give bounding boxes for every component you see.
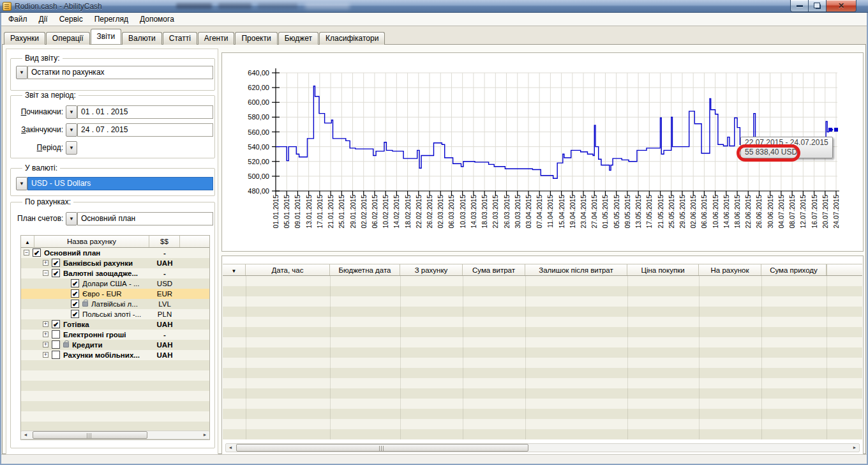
period-start-field[interactable]: 01 . 01 . 2015 [77, 105, 213, 119]
tree-row[interactable]: +✔Банківські рахункиUAH [21, 258, 209, 268]
tab-6[interactable]: Агенти [198, 32, 235, 45]
tree-empty-row [21, 391, 209, 401]
account-name: Готівка [63, 319, 148, 330]
checkbox[interactable]: ✔ [71, 310, 79, 318]
checkbox[interactable]: ✔ [71, 300, 79, 308]
tab-7[interactable]: Проекти [235, 32, 277, 45]
grid-rows [223, 276, 862, 439]
tree-row[interactable]: +✔ГотівкаUAH [21, 319, 209, 330]
tree-row[interactable]: +Електронні гроші- [21, 330, 209, 340]
grid-scrollbar-thumb[interactable] [236, 444, 528, 452]
tree-row[interactable]: ✔Латвійські л...LVL [21, 299, 209, 309]
checkbox[interactable]: ✔ [33, 248, 41, 257]
period-end-field[interactable]: 24 . 07 . 2015 [77, 123, 213, 137]
collapse-icon[interactable]: − [43, 270, 49, 276]
restore-button[interactable] [809, 0, 827, 12]
scroll-left-icon[interactable]: ◄ [21, 431, 30, 439]
svg-text:29.05.2015: 29.05.2015 [678, 195, 686, 229]
tab-5[interactable]: Статті [163, 32, 197, 45]
grid-column-header-5[interactable]: Сума витрат [463, 264, 525, 275]
period-dropdown-button[interactable]: ▼ [66, 141, 77, 155]
svg-text:18.02.2015: 18.02.2015 [404, 195, 412, 229]
collapse-icon[interactable]: − [24, 250, 29, 255]
svg-text:06.06.2015: 06.06.2015 [700, 195, 708, 229]
scroll-right-icon[interactable]: ► [200, 431, 209, 439]
scroll-right-icon[interactable]: ► [850, 444, 859, 452]
checkbox[interactable] [52, 330, 60, 339]
tree-row[interactable]: ✔Євро - EUREUR [21, 289, 209, 299]
currency-value[interactable]: USD - US Dollars [27, 177, 213, 190]
svg-text:620,00: 620,00 [248, 84, 269, 91]
currency-dropdown-button[interactable]: ▼ [16, 177, 27, 190]
checkbox[interactable]: ✔ [71, 289, 79, 298]
tab-strip: РахункиОпераціїЗвітиВалютиСтаттіАгентиПр… [1, 26, 867, 44]
grid-column-header-2[interactable]: Дата, час [246, 264, 330, 275]
grid-horizontal-scrollbar[interactable]: ◄ ► [225, 443, 860, 452]
svg-text:08.07.2015: 08.07.2015 [788, 195, 796, 229]
expand-icon[interactable]: + [43, 352, 49, 358]
titlebar[interactable]: Rodion.cash - AbilityCash ✕ [0, 0, 868, 13]
grid-column-header-4[interactable]: З рахунку [400, 264, 463, 275]
svg-text:01.01.2015: 01.01.2015 [272, 195, 280, 229]
menu-item-2[interactable]: Дії [33, 13, 54, 26]
grid-empty-row [223, 276, 862, 286]
grid-column-header-1[interactable]: ▼ [223, 264, 246, 275]
grid-column-separator [246, 276, 246, 439]
period-start-dropdown-button[interactable]: ▼ [66, 105, 77, 119]
tree-sort-column-header[interactable]: ▲ [21, 236, 34, 247]
grid-column-header-6[interactable]: Залишок після витрат [525, 264, 627, 275]
report-type-dropdown-button[interactable]: ▼ [16, 66, 27, 79]
checkbox[interactable] [52, 340, 60, 349]
grid-column-header-8[interactable]: На рахунок [699, 264, 761, 275]
grid-column-header-7[interactable]: Ціна покупки [627, 264, 699, 275]
tree-horizontal-scrollbar[interactable]: ◄ ► [21, 431, 209, 439]
checkbox[interactable] [52, 351, 60, 359]
tree-row[interactable]: +Рахунки мобільних...UAH [21, 350, 209, 360]
grid-column-header-3[interactable]: Бюджетна дата [330, 264, 400, 275]
tree-row[interactable]: ✔Польські злоті -...PLN [21, 309, 209, 319]
tab-1[interactable]: Рахунки [4, 32, 45, 45]
svg-text:22.03.2015: 22.03.2015 [491, 195, 499, 229]
plan-dropdown-button[interactable]: ▼ [66, 212, 77, 225]
plan-value[interactable]: Основний план [77, 212, 213, 225]
tab-2[interactable]: Операції [46, 32, 90, 45]
tree-row[interactable]: −✔Валютні заощадже...- [21, 268, 209, 278]
expand-icon[interactable]: + [43, 321, 49, 327]
expand-icon[interactable]: + [43, 260, 49, 266]
checkbox[interactable]: ✔ [52, 269, 60, 277]
checkbox[interactable]: ✔ [71, 279, 79, 287]
menu-item-1[interactable]: Файл [3, 13, 33, 26]
checkbox[interactable]: ✔ [52, 320, 60, 328]
tab-4[interactable]: Валюти [122, 32, 162, 45]
tree-row[interactable]: ✔Долари США - ...USD [21, 278, 209, 289]
expand-icon[interactable]: + [43, 332, 49, 337]
tree-row[interactable]: −✔Основний план- [21, 248, 209, 258]
scroll-left-icon[interactable]: ◄ [226, 444, 235, 452]
tree-empty-row [21, 401, 209, 411]
grid-empty-row [223, 347, 862, 358]
tree-currency-column-header[interactable]: $$ [149, 236, 180, 247]
accounts-tree: ▲ Назва рахунку $$ −✔Основний план-+✔Бан… [20, 235, 210, 440]
report-type-value[interactable]: Остатки по рахунках [27, 66, 213, 79]
tree-row[interactable]: +КредитиUAH [21, 340, 209, 350]
tree-extra-column-header[interactable] [180, 236, 209, 247]
grid-column-header-9[interactable]: Сума приходу [761, 264, 827, 275]
minimize-button[interactable] [790, 0, 809, 12]
tab-3[interactable]: Звіти [91, 29, 122, 44]
grid-empty-row [223, 327, 862, 337]
close-button[interactable]: ✕ [827, 0, 857, 12]
period-end-dropdown-button[interactable]: ▼ [66, 123, 77, 137]
menu-item-3[interactable]: Сервіс [54, 13, 89, 26]
menu-item-4[interactable]: Перегляд [89, 13, 134, 26]
tree-empty-row [21, 381, 209, 391]
svg-text:03.04.2015: 03.04.2015 [525, 195, 532, 229]
grid-column-filler [827, 264, 827, 275]
tree-name-column-header[interactable]: Назва рахунку [34, 236, 149, 247]
expand-icon[interactable]: + [43, 342, 49, 347]
checkbox[interactable]: ✔ [52, 259, 60, 267]
tab-8[interactable]: Бюджет [278, 32, 318, 45]
tab-9[interactable]: Класифікатори [319, 32, 385, 45]
tree-scrollbar-thumb[interactable] [33, 431, 147, 439]
report-period-legend: Звіт за період: [22, 91, 79, 100]
menu-item-5[interactable]: Допомога [134, 13, 180, 26]
